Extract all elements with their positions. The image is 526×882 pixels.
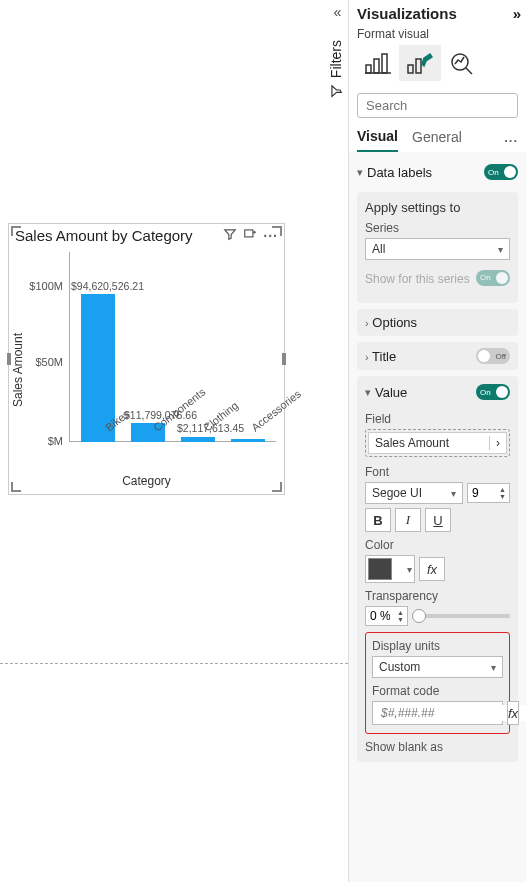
resize-handle[interactable] xyxy=(272,226,282,236)
format-code-label: Format code xyxy=(372,684,503,698)
svg-rect-2 xyxy=(374,59,379,73)
font-label: Font xyxy=(365,465,510,479)
chart-plot: $M $50M $100M $94,620,526.21 $11,799,076… xyxy=(69,252,276,442)
display-units-label: Display units xyxy=(372,639,503,653)
options-section[interactable]: › Options xyxy=(357,309,518,336)
font-family-select[interactable]: Segoe UI▾ xyxy=(365,482,463,504)
filters-pane-toggle[interactable]: Filters xyxy=(328,40,344,98)
transparency-label: Transparency xyxy=(365,589,510,603)
bold-button[interactable]: B xyxy=(365,508,391,532)
transparency-stepper[interactable]: ▲▼ xyxy=(365,606,408,626)
more-tabs-icon[interactable]: ··· xyxy=(504,133,518,148)
value-toggle[interactable]: On xyxy=(476,384,510,400)
display-units-select[interactable]: Custom▾ xyxy=(372,656,503,678)
report-canvas[interactable]: « Filters Sales Amount by Category ··· S… xyxy=(0,0,348,664)
color-fx-button[interactable]: fx xyxy=(419,557,445,581)
panel-title: Visualizations xyxy=(357,5,457,22)
build-visual-tab[interactable] xyxy=(357,45,399,81)
y-tick: $100M xyxy=(23,280,63,292)
field-label: Field xyxy=(365,412,510,426)
chevron-down-icon[interactable]: ▾ xyxy=(357,166,363,179)
data-labels-section[interactable]: Data labels xyxy=(367,165,432,180)
collapse-panes-icon[interactable]: « xyxy=(334,4,339,20)
search-input[interactable] xyxy=(357,93,518,118)
highlighted-settings: Display units Custom▾ Format code fx xyxy=(365,632,510,734)
tab-visual[interactable]: Visual xyxy=(357,128,398,152)
apply-settings-title: Apply settings to xyxy=(365,200,510,215)
field-chip-menu[interactable]: › xyxy=(489,436,500,450)
data-label: $94,620,526.21 xyxy=(71,280,144,292)
underline-button[interactable]: U xyxy=(425,508,451,532)
value-label[interactable]: Value xyxy=(375,385,407,400)
format-code-input[interactable] xyxy=(372,701,503,725)
chevron-down-icon[interactable]: ▾ xyxy=(365,386,371,399)
field-chip-value: Sales Amount xyxy=(375,436,449,450)
filters-label: Filters xyxy=(328,40,344,78)
italic-button[interactable]: I xyxy=(395,508,421,532)
tab-general[interactable]: General xyxy=(412,129,462,151)
format-visual-tab[interactable] xyxy=(399,45,441,81)
svg-rect-5 xyxy=(408,65,413,73)
x-tick: Accessories xyxy=(249,387,303,433)
svg-rect-0 xyxy=(245,230,253,237)
transparency-slider[interactable] xyxy=(414,614,510,618)
y-tick: $50M xyxy=(23,356,63,368)
expand-panel-icon[interactable]: » xyxy=(513,5,518,22)
color-picker[interactable]: ▾ xyxy=(365,555,415,583)
visualizations-panel: Visualizations » Format visual Visual Ge… xyxy=(348,0,526,882)
title-toggle[interactable]: Off xyxy=(476,348,510,364)
analytics-tab[interactable] xyxy=(441,45,483,81)
color-swatch xyxy=(368,558,392,580)
show-for-series-toggle: On xyxy=(476,270,510,286)
value-section: ▾Value On Field Sales Amount › Font Sego… xyxy=(357,376,518,762)
show-for-series-label: Show for this series xyxy=(365,272,476,286)
bar[interactable] xyxy=(231,439,265,442)
show-blank-label: Show blank as xyxy=(365,740,510,754)
chart-visual[interactable]: Sales Amount by Category ··· Sales Amoun… xyxy=(8,223,285,495)
apply-settings-card: Apply settings to Series All▾ Show for t… xyxy=(357,192,518,303)
color-label: Color xyxy=(365,538,510,552)
svg-rect-6 xyxy=(416,59,421,73)
data-labels-toggle[interactable]: On xyxy=(484,164,518,180)
bar[interactable] xyxy=(181,437,215,442)
y-axis-title: Sales Amount xyxy=(11,333,25,407)
filter-icon[interactable] xyxy=(223,227,237,244)
svg-rect-1 xyxy=(366,65,371,73)
series-label: Series xyxy=(365,221,510,235)
format-code-fx-button[interactable]: fx xyxy=(507,701,519,725)
chart-body: Sales Amount Category $M $50M $100M $94,… xyxy=(15,250,278,488)
resize-handle[interactable] xyxy=(282,353,286,365)
font-size-stepper[interactable]: ▲▼ xyxy=(467,483,510,503)
panel-subtitle: Format visual xyxy=(349,27,526,45)
chart-title: Sales Amount by Category xyxy=(15,227,217,244)
svg-line-8 xyxy=(466,68,472,74)
series-select[interactable]: All▾ xyxy=(365,238,510,260)
svg-rect-3 xyxy=(382,54,387,73)
x-axis-title: Category xyxy=(15,474,278,488)
focus-mode-icon[interactable] xyxy=(243,227,257,244)
title-section[interactable]: › Title Off xyxy=(357,342,518,370)
y-tick: $M xyxy=(23,435,63,447)
resize-handle[interactable] xyxy=(11,226,21,236)
field-well[interactable]: Sales Amount › xyxy=(365,429,510,457)
